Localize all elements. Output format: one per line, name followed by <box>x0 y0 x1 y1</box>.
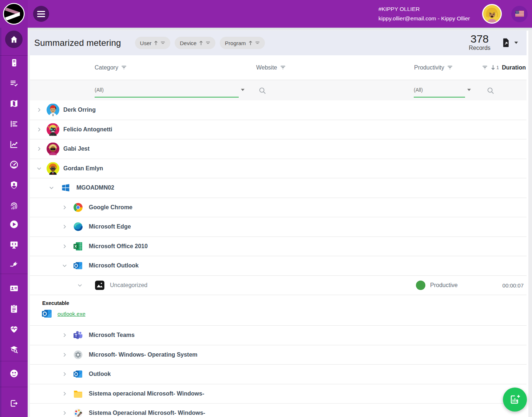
play-circle-icon <box>9 220 19 229</box>
chevron-down-icon[interactable] <box>49 185 54 191</box>
filter-icon[interactable] <box>121 64 127 71</box>
usb-cable-icon <box>9 261 19 270</box>
filter-value: (All) <box>414 87 423 93</box>
sidebar-item-usb-devices[interactable] <box>0 255 28 275</box>
group-chip-device[interactable]: Device <box>175 37 215 49</box>
language-button[interactable] <box>511 6 528 22</box>
group-chip-user[interactable]: User <box>135 37 171 49</box>
filter-icon[interactable] <box>482 64 488 71</box>
executable-link[interactable]: outlook.exe <box>57 311 86 317</box>
tree-row-level2[interactable]: Microsoft Edge <box>30 217 527 237</box>
chevron-right-icon[interactable] <box>36 127 42 132</box>
sidebar-item-dashboard[interactable] <box>0 154 28 175</box>
sidebar-item-groups[interactable] <box>0 363 28 384</box>
chevron-right-icon[interactable] <box>62 224 67 230</box>
chevron-right-icon[interactable] <box>36 107 42 113</box>
chevron-right-icon[interactable] <box>36 146 42 152</box>
sidebar-item-devices[interactable] <box>0 52 28 73</box>
export-menu-caret[interactable] <box>514 41 518 44</box>
tree-row-level0[interactable]: Gordan Emlyn <box>30 159 527 179</box>
chevron-down-icon[interactable] <box>77 282 83 288</box>
tree-row-level2[interactable]: Microsoft- Windows- Operating System <box>30 345 527 365</box>
row-label: Microsoft Outlook <box>89 262 139 269</box>
tree-row-level2[interactable]: Microsoft Office 2010 <box>30 237 527 257</box>
chevron-right-icon[interactable] <box>62 204 67 210</box>
row-label: Outlook <box>89 371 111 377</box>
sidebar-item-investigation[interactable] <box>0 339 28 360</box>
menu-button[interactable] <box>33 6 49 22</box>
palette-icon <box>73 408 83 417</box>
sidebar-item-reports[interactable] <box>0 114 28 134</box>
chevron-right-icon[interactable] <box>62 243 67 249</box>
gauge-icon <box>9 160 19 169</box>
sidebar-item-tasks[interactable] <box>0 298 28 319</box>
teams-icon <box>73 330 83 340</box>
sidebar-item-logout[interactable] <box>0 393 28 413</box>
sidebar-item-map[interactable] <box>0 93 28 114</box>
chevron-down-icon[interactable] <box>62 263 67 269</box>
sort-desc-icon <box>491 65 496 71</box>
export-button[interactable] <box>501 38 511 48</box>
filter-underline <box>95 97 239 98</box>
filter-row: (All) (All) <box>30 80 527 100</box>
row-label: Sistema operacional Microsoft- Windows- <box>89 390 204 397</box>
chevron-right-icon[interactable] <box>62 372 67 377</box>
sidebar-item-analytics[interactable] <box>0 134 28 154</box>
windows-icon <box>61 183 70 192</box>
sidebar-item-admin[interactable] <box>0 175 28 195</box>
filter-icon <box>206 41 210 45</box>
productivity-search-button[interactable] <box>487 87 495 96</box>
column-category: Category <box>95 64 118 71</box>
group-chip-program[interactable]: Program <box>220 37 265 49</box>
sidebar-item-home[interactable] <box>0 29 28 49</box>
page-header: Summarized metering User Device Program … <box>30 31 527 55</box>
filter-icon[interactable] <box>447 64 453 71</box>
sidebar-item-wellbeing[interactable] <box>0 319 28 339</box>
excel-icon <box>73 241 83 251</box>
user-avatar[interactable] <box>482 4 502 24</box>
kippy-avatar-icon <box>483 5 501 23</box>
tree-row-level3[interactable]: UncategorizedProductive 00:00:07 <box>30 276 527 295</box>
tree-row-level2[interactable]: Sistema operacional Microsoft- Windows- <box>30 384 527 404</box>
records-counter: 378 Records <box>458 33 501 52</box>
page-title: Summarized metering <box>34 38 121 48</box>
row-label: Uncategorized <box>110 282 147 289</box>
sidebar-item-remote-session[interactable] <box>0 234 28 255</box>
tree-row-level1[interactable]: MGOADMN02 <box>30 178 527 198</box>
tree-row-level2[interactable]: Sistema Operacional Microsoft- Windows- <box>30 404 527 417</box>
row-label: Derk Orring <box>63 107 96 113</box>
category-search-button[interactable] <box>258 87 266 96</box>
chevron-right-icon[interactable] <box>62 391 67 396</box>
duration-cell: 00:00:07 <box>503 282 524 288</box>
category-filter-select[interactable]: (All) <box>95 80 239 100</box>
tree-row-level2[interactable]: Google Chrome <box>30 198 527 218</box>
chevron-down-icon[interactable] <box>36 166 42 171</box>
tree-row-level0[interactable]: Gabi Jest <box>30 139 527 159</box>
sidebar-item-activity-log[interactable] <box>0 73 28 93</box>
sidebar-item-fingerprint[interactable] <box>0 195 28 215</box>
chevron-right-icon[interactable] <box>62 333 67 338</box>
scrollbar[interactable] <box>528 31 532 417</box>
list-check-icon <box>9 79 19 88</box>
tree-row-level0[interactable]: Derk Orring <box>30 100 527 120</box>
sidebar-item-recordings[interactable] <box>0 214 28 234</box>
chrome-icon <box>73 202 83 212</box>
tree-row-level2[interactable]: Microsoft Teams <box>30 326 527 345</box>
image-icon <box>95 280 105 290</box>
tree-row-level0[interactable]: Felicio Antognetti <box>30 120 527 140</box>
filter-icon[interactable] <box>280 64 286 71</box>
productivity-filter-select[interactable]: (All) <box>414 80 465 100</box>
chevron-right-icon[interactable] <box>62 352 67 357</box>
row-label: Gabi Jest <box>63 146 90 152</box>
avatar-gabi-icon <box>47 143 59 155</box>
tree-row-level2[interactable]: Outlook <box>30 365 527 384</box>
sort-asc-icon <box>199 40 203 45</box>
row-label: Google Chrome <box>89 204 132 211</box>
home-icon <box>9 35 19 44</box>
app-logo-icon[interactable] <box>3 3 25 25</box>
sidebar-item-contacts[interactable] <box>0 278 28 298</box>
chevron-right-icon[interactable] <box>62 410 67 416</box>
tree-row-level2[interactable]: Microsoft Outlook <box>30 256 527 276</box>
outlook-icon <box>73 369 83 379</box>
add-report-button[interactable] <box>503 388 527 412</box>
